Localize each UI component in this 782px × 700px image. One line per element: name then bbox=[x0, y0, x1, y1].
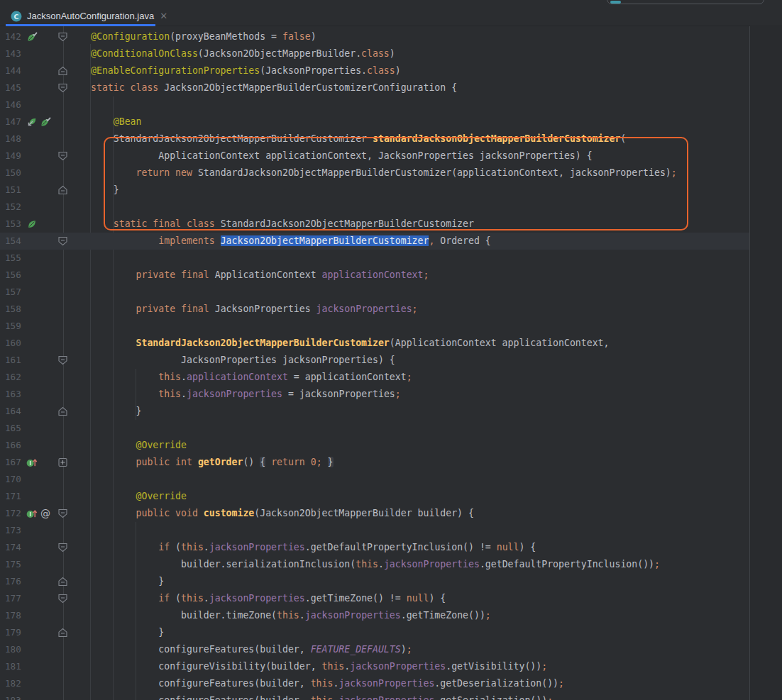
code-token: applicationContext bbox=[187, 372, 288, 382]
code-editor[interactable]: 142@Configuration(proxyBeanMethods = fal… bbox=[0, 26, 782, 700]
code-line[interactable]: 154 implements Jackson2ObjectMapperBuild… bbox=[0, 233, 750, 250]
spring-leaf-check-icon[interactable] bbox=[40, 116, 51, 128]
code-line[interactable]: 180 configureFeatures(builder, FEATURE_D… bbox=[0, 641, 750, 658]
code-line[interactable]: 172@ public void customize(Jackson2Objec… bbox=[0, 505, 750, 522]
code-line[interactable]: 143@ConditionalOnClass(Jackson2ObjectMap… bbox=[0, 45, 750, 62]
code-text: JacksonProperties jacksonProperties) { bbox=[91, 352, 395, 369]
code-line[interactable]: 176 } bbox=[0, 573, 750, 590]
code-token: } bbox=[328, 457, 334, 467]
code-token: @Override bbox=[136, 440, 187, 450]
fold-marker-up-icon[interactable] bbox=[57, 65, 68, 77]
code-line[interactable]: 173 bbox=[0, 522, 750, 539]
code-line[interactable]: 177 if (this.jacksonProperties.getTimeZo… bbox=[0, 590, 750, 607]
at-symbol-icon[interactable]: @ bbox=[40, 508, 51, 519]
code-token: implements bbox=[158, 235, 220, 246]
code-line[interactable]: 181 configureVisibility(builder, this.ja… bbox=[0, 658, 750, 675]
fold-marker-down-icon[interactable] bbox=[57, 593, 68, 604]
fold-marker-down-icon[interactable] bbox=[57, 150, 68, 162]
code-line[interactable]: 161 JacksonProperties jacksonProperties)… bbox=[0, 352, 750, 369]
spring-bean-arrow-icon[interactable] bbox=[26, 116, 38, 128]
code-text: private final ApplicationContext applica… bbox=[91, 267, 429, 284]
code-token: @Configuration bbox=[91, 31, 170, 42]
code-token: standardJacksonObjectMapperBuilderCustom… bbox=[373, 133, 620, 144]
code-line[interactable]: 142@Configuration(proxyBeanMethods = fal… bbox=[0, 28, 750, 45]
fold-marker-down-icon[interactable] bbox=[57, 31, 68, 43]
line-number: 175 bbox=[5, 556, 21, 573]
error-stripe-gutter[interactable] bbox=[750, 26, 782, 700]
code-line[interactable]: 163 this.jacksonProperties = jacksonProp… bbox=[0, 386, 750, 403]
code-token: ApplicationContext applicationContext, J… bbox=[158, 150, 592, 161]
spring-leaf-icon[interactable] bbox=[26, 218, 38, 230]
code-line[interactable]: 175 builder.serializationInclusion(this.… bbox=[0, 556, 750, 573]
fold-marker-down-icon[interactable] bbox=[57, 508, 68, 519]
code-token: ) bbox=[401, 644, 407, 655]
code-line[interactable]: 155 bbox=[0, 250, 750, 267]
fold-marker-up-icon[interactable] bbox=[57, 576, 68, 587]
line-number: 181 bbox=[5, 658, 21, 675]
code-token: customize bbox=[204, 508, 254, 518]
tab-label: JacksonAutoConfiguration.java bbox=[27, 11, 154, 21]
code-token: Ordered { bbox=[440, 235, 490, 246]
implements-up-icon[interactable] bbox=[26, 457, 38, 468]
fold-marker-down-icon[interactable] bbox=[57, 542, 68, 553]
code-token: return new bbox=[136, 167, 198, 178]
code-line[interactable]: 156 private final ApplicationContext app… bbox=[0, 267, 750, 284]
tab-close-icon[interactable]: ✕ bbox=[160, 11, 167, 21]
line-number: 163 bbox=[5, 386, 21, 403]
code-token: this bbox=[322, 661, 345, 672]
code-line[interactable]: 183 configureFeatures(builder, this.jack… bbox=[0, 692, 750, 700]
code-line[interactable]: 171 @Override bbox=[0, 488, 750, 505]
code-line[interactable]: 147 @Bean bbox=[0, 113, 750, 130]
fold-marker-up-icon[interactable] bbox=[57, 627, 68, 638]
spring-leaf-check-icon[interactable] bbox=[26, 31, 38, 43]
code-token: builder.serializationInclusion( bbox=[181, 559, 356, 570]
code-text: this.applicationContext = applicationCon… bbox=[91, 369, 412, 386]
tab-jackson-auto-configuration[interactable]: C JacksonAutoConfiguration.java ✕ bbox=[6, 6, 155, 26]
code-line[interactable]: 162 this.applicationContext = applicatio… bbox=[0, 369, 750, 386]
code-line[interactable]: 144@EnableConfigurationProperties(Jackso… bbox=[0, 62, 750, 79]
code-text: StandardJackson2ObjectMapperBuilderCusto… bbox=[91, 130, 626, 148]
code-line[interactable]: 170 bbox=[0, 471, 750, 488]
code-line[interactable]: 146 bbox=[0, 96, 750, 113]
fold-marker-up-icon[interactable] bbox=[57, 184, 68, 196]
fold-marker-down-icon[interactable] bbox=[57, 82, 68, 94]
code-token: ; bbox=[407, 644, 412, 655]
code-token: } bbox=[136, 406, 142, 416]
code-line[interactable]: 157 bbox=[0, 284, 750, 301]
code-line[interactable]: 150 return new StandardJackson2ObjectMap… bbox=[0, 165, 750, 182]
code-line[interactable]: 182 configureFeatures(builder, this.jack… bbox=[0, 675, 750, 692]
fold-marker-up-icon[interactable] bbox=[57, 406, 68, 417]
line-number: 157 bbox=[5, 284, 21, 301]
code-line[interactable]: 149 ApplicationContext applicationContex… bbox=[0, 148, 750, 165]
code-line[interactable]: 167 public int getOrder() { return 0; } bbox=[0, 454, 750, 471]
code-text: configureFeatures(builder, FEATURE_DEFAU… bbox=[91, 641, 412, 658]
code-line[interactable]: 166 @Override bbox=[0, 437, 750, 454]
implements-up-icon[interactable] bbox=[26, 508, 38, 519]
code-line[interactable]: 159 bbox=[0, 318, 750, 335]
ide-window: C JacksonAutoConfiguration.java ✕ 142@Co… bbox=[0, 0, 782, 700]
code-token: jacksonProperties bbox=[338, 695, 434, 700]
code-line[interactable]: 145static class Jackson2ObjectMapperBuil… bbox=[0, 79, 750, 96]
line-number: 161 bbox=[5, 352, 21, 369]
code-line[interactable]: 148 StandardJackson2ObjectMapperBuilderC… bbox=[0, 130, 750, 148]
code-line[interactable]: 174 if (this.jacksonProperties.getDefaul… bbox=[0, 539, 750, 556]
editor-right-separator bbox=[749, 26, 750, 700]
code-line[interactable]: 164 } bbox=[0, 403, 750, 420]
code-line[interactable]: 152 bbox=[0, 199, 750, 216]
code-line[interactable]: 160 StandardJackson2ObjectMapperBuilderC… bbox=[0, 335, 750, 352]
fold-marker-down-icon[interactable] bbox=[57, 355, 68, 366]
code-line[interactable]: 151 } bbox=[0, 182, 750, 199]
fold-marker-plus-icon[interactable] bbox=[57, 457, 68, 468]
code-text: @Override bbox=[91, 488, 187, 505]
svg-text:C: C bbox=[14, 12, 19, 20]
code-token: @ConditionalOnClass bbox=[91, 48, 198, 59]
code-line[interactable]: 153 static final class StandardJackson2O… bbox=[0, 216, 750, 233]
fold-marker-down-icon[interactable] bbox=[57, 235, 68, 247]
code-line[interactable]: 178 builder.timeZone(this.jacksonPropert… bbox=[0, 607, 750, 624]
line-number: 183 bbox=[5, 692, 21, 700]
search-field-fragment[interactable] bbox=[607, 0, 764, 4]
code-line[interactable]: 165 bbox=[0, 420, 750, 437]
code-line[interactable]: 179 } bbox=[0, 624, 750, 641]
code-line[interactable]: 158 private final JacksonProperties jack… bbox=[0, 301, 750, 318]
code-text: static class Jackson2ObjectMapperBuilder… bbox=[91, 79, 457, 96]
